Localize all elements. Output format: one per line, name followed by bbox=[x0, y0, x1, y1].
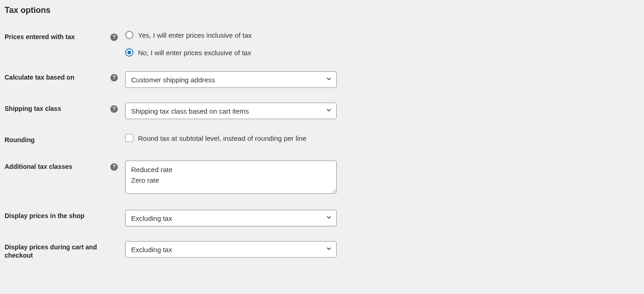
calculate-tax-label: Calculate tax based on bbox=[0, 64, 110, 95]
rounding-label: Rounding bbox=[0, 127, 110, 153]
prices-entered-radio-group: Yes, I will enter prices inclusive of ta… bbox=[125, 31, 639, 57]
select-value: Excluding tax bbox=[131, 214, 172, 222]
prices-entered-label: Prices entered with tax bbox=[0, 23, 110, 64]
checkbox-icon bbox=[125, 134, 133, 142]
shipping-tax-class-select[interactable]: Shipping tax class based on cart items bbox=[125, 103, 337, 119]
section-title: Tax options bbox=[0, 0, 644, 23]
radio-label: No, I will enter prices exclusive of tax bbox=[138, 49, 251, 57]
calculate-tax-select[interactable]: Customer shipping address bbox=[125, 71, 337, 88]
select-value: Shipping tax class based on cart items bbox=[131, 107, 249, 115]
display-cart-label: Display prices during cart and checkout bbox=[0, 234, 110, 269]
select-value: Customer shipping address bbox=[131, 76, 215, 84]
display-shop-select[interactable]: Excluding tax bbox=[125, 210, 337, 226]
radio-icon bbox=[125, 31, 133, 39]
radio-icon bbox=[125, 48, 133, 57]
rounding-checkbox[interactable]: Round tax at subtotal level, instead of … bbox=[125, 134, 639, 142]
additional-tax-classes-textarea[interactable] bbox=[125, 161, 337, 194]
prices-exclusive-radio[interactable]: No, I will enter prices exclusive of tax bbox=[125, 48, 639, 57]
checkbox-label: Round tax at subtotal level, instead of … bbox=[138, 134, 306, 142]
display-shop-label: Display prices in the shop bbox=[0, 202, 110, 234]
help-icon[interactable]: ? bbox=[110, 163, 118, 171]
shipping-tax-class-label: Shipping tax class bbox=[0, 95, 110, 127]
help-icon[interactable]: ? bbox=[110, 105, 118, 113]
help-icon[interactable]: ? bbox=[110, 34, 118, 41]
radio-label: Yes, I will enter prices inclusive of ta… bbox=[138, 31, 252, 39]
prices-inclusive-radio[interactable]: Yes, I will enter prices inclusive of ta… bbox=[125, 31, 639, 39]
display-cart-select[interactable]: Excluding tax bbox=[125, 241, 337, 258]
additional-tax-classes-label: Additional tax classes bbox=[0, 153, 110, 202]
help-icon[interactable]: ? bbox=[110, 74, 118, 81]
tax-options-form: Prices entered with tax ? Yes, I will en… bbox=[0, 23, 644, 269]
select-value: Excluding tax bbox=[131, 246, 172, 254]
